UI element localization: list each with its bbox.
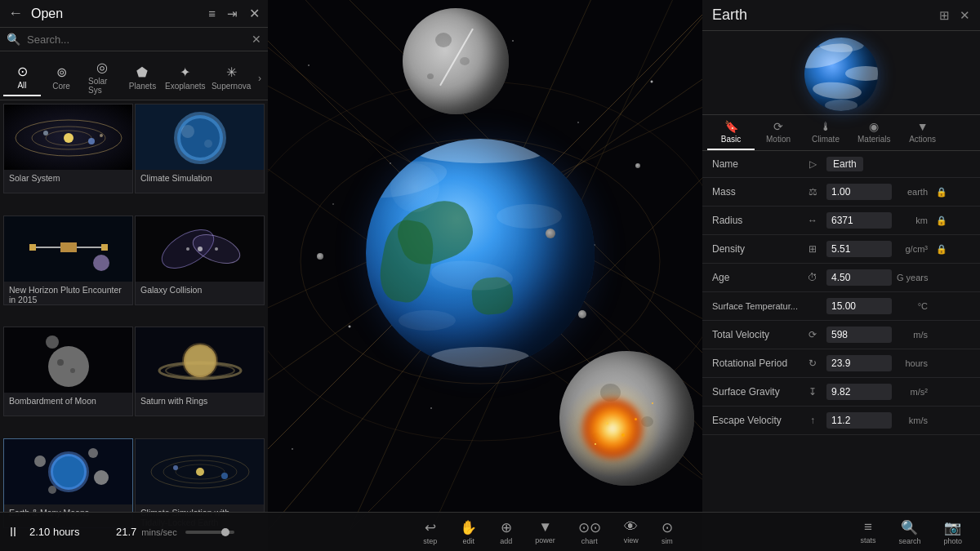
prop-age-unit: G years	[897, 273, 929, 282]
cat-solarsys-icon: ◎	[96, 60, 108, 75]
cat-exoplanets-icon: ✦	[180, 64, 190, 80]
prop-radius-input[interactable]	[826, 212, 892, 229]
pin-icon[interactable]: ⇥	[227, 7, 238, 21]
spark-5	[652, 402, 653, 404]
tab-basic-label: Basic	[721, 135, 741, 144]
tab-materials[interactable]: ◉ Materials	[849, 115, 899, 150]
tool-edit[interactable]: ✋ edit	[448, 519, 488, 545]
simulation-speed[interactable]: 21.7	[116, 526, 136, 538]
stats-label: stats	[860, 536, 875, 544]
svg-point-41	[46, 335, 59, 349]
tool-chart[interactable]: ⊙⊙ chart	[567, 519, 612, 545]
earth-planet[interactable]	[366, 139, 595, 367]
tool-add[interactable]: ⊕ add	[488, 519, 523, 545]
cat-planets[interactable]: ⬟ Planets	[123, 61, 161, 96]
prop-velocity-label: Total Velocity	[712, 329, 802, 340]
thumb-galaxy-canvas	[136, 216, 264, 282]
prop-radius-lock[interactable]: 🔒	[936, 216, 947, 226]
categories-chevron[interactable]: ›	[255, 69, 265, 87]
cat-solarsys[interactable]: ◎ Solar Sys	[82, 56, 122, 100]
close-icon[interactable]: ✕	[249, 6, 260, 21]
prop-radius-row: Radius ↔ km 🔒	[702, 207, 980, 235]
tool-power[interactable]: ▼ power	[523, 519, 567, 544]
tool-photo[interactable]: 📷 photo	[932, 519, 973, 545]
thumb-saturn[interactable]: Saturn with Rings	[135, 327, 265, 416]
left-panel-topbar: ← Open ≡ ⇥ ✕	[0, 0, 268, 28]
cat-all-label: All	[17, 81, 26, 90]
earth-thumbnail-globe[interactable]	[804, 38, 878, 111]
cat-planets-label: Planets	[129, 82, 156, 91]
speed-slider[interactable]	[185, 531, 234, 534]
prop-density-input[interactable]	[826, 241, 892, 257]
prop-velocity-row: Total Velocity ⟳ m/s	[702, 321, 980, 349]
tool-search[interactable]: 🔍 search	[887, 519, 932, 545]
prop-gravity-input[interactable]	[826, 384, 892, 400]
spark-2	[606, 422, 608, 424]
thumb-bombardment-label: Bombardment of Moon	[4, 393, 132, 409]
svg-point-51	[88, 448, 98, 458]
prop-escape-velocity-row: Escape Velocity ↑ km/s	[702, 407, 980, 435]
prop-rotation-icon: ↻	[807, 358, 818, 369]
thumb-climate-canvas	[136, 104, 264, 170]
thumb-saturn-label: Saturn with Rings	[136, 393, 264, 409]
svg-point-20	[88, 138, 95, 144]
thumb-climate-label: Climate Simulation	[136, 170, 264, 186]
cat-planets-icon: ⬟	[136, 64, 148, 80]
tool-stats[interactable]: ≡ stats	[849, 519, 887, 544]
tab-actions[interactable]: ▼ Actions	[899, 115, 947, 150]
thumb-bombardment[interactable]: Bombardment of Moon	[3, 327, 133, 416]
prop-density-label: Density	[712, 243, 802, 255]
prop-escape-velocity-input[interactable]	[826, 412, 892, 429]
prop-surface-temp-row: Surface Temperatur... °C	[702, 292, 980, 321]
tool-step[interactable]: ↩ step	[412, 519, 448, 545]
cat-supernova[interactable]: ✳ Supernova	[209, 61, 253, 96]
back-icon[interactable]: ←	[8, 5, 23, 22]
add-label: add	[500, 537, 512, 545]
prop-rotation-input[interactable]	[826, 355, 892, 371]
prop-mass-lock[interactable]: 🔒	[936, 187, 947, 198]
svg-point-38	[48, 346, 89, 387]
moon-top[interactable]	[403, 8, 509, 114]
prop-gravity-row: Surface Gravity ↧ m/s²	[702, 378, 980, 407]
prop-age-input[interactable]	[826, 269, 892, 286]
prop-velocity-input[interactable]	[826, 327, 892, 343]
prop-surface-temp-input[interactable]	[826, 298, 892, 314]
prop-density-lock[interactable]: 🔒	[936, 244, 947, 255]
thumb-galaxy[interactable]: Galaxy Collision	[135, 216, 265, 305]
tool-view[interactable]: 👁 view	[612, 519, 650, 544]
cat-supernova-icon: ✳	[226, 64, 237, 80]
prop-mass-label: Mass	[712, 186, 802, 198]
tab-basic[interactable]: 🔖 Basic	[707, 115, 755, 150]
cat-core[interactable]: ⊚ Core	[42, 61, 80, 96]
thumb-solar-system-label: Solar System	[4, 170, 132, 186]
tab-climate-icon: 🌡	[820, 120, 831, 133]
prop-mass-input[interactable]	[826, 184, 892, 200]
search-bottom-icon: 🔍	[901, 519, 918, 536]
search-input[interactable]	[27, 33, 245, 46]
svg-point-48	[34, 455, 46, 467]
prop-name-value[interactable]: Earth	[826, 157, 863, 171]
list-icon[interactable]: ≡	[208, 7, 216, 20]
thumb-solar-canvas	[4, 104, 132, 170]
view-icon: 👁	[624, 519, 638, 535]
cat-exoplanets[interactable]: ✦ Exoplanets	[163, 61, 207, 96]
photo-icon: 📷	[944, 519, 961, 536]
tool-sim[interactable]: ⊙ sim	[650, 519, 684, 545]
play-pause-button[interactable]: ⏸	[7, 525, 20, 540]
cat-all[interactable]: ⊙ All	[3, 60, 41, 96]
svg-point-25	[204, 140, 212, 148]
close-right-icon[interactable]: ✕	[960, 8, 970, 23]
svg-point-19	[43, 131, 48, 136]
speed-slider-thumb	[221, 528, 229, 536]
thumb-climate-sim[interactable]: Climate Simulation	[135, 104, 265, 193]
grid-icon[interactable]: ⊞	[939, 8, 950, 23]
thumb-solar-system[interactable]: Solar System	[3, 104, 133, 193]
tab-climate[interactable]: 🌡 Climate	[802, 115, 849, 150]
clear-search-icon[interactable]: ✕	[252, 33, 261, 46]
thumb-new-horizon-canvas	[4, 216, 132, 282]
prop-mass-row: Mass ⚖ earth 🔒	[702, 178, 980, 207]
prop-rotation-label: Rotational Period	[712, 358, 802, 369]
photo-label: photo	[943, 537, 962, 545]
thumb-new-horizon[interactable]: New Horizon Pluto Encounter in 2015	[3, 216, 133, 305]
tab-motion[interactable]: ⟳ Motion	[755, 115, 802, 150]
